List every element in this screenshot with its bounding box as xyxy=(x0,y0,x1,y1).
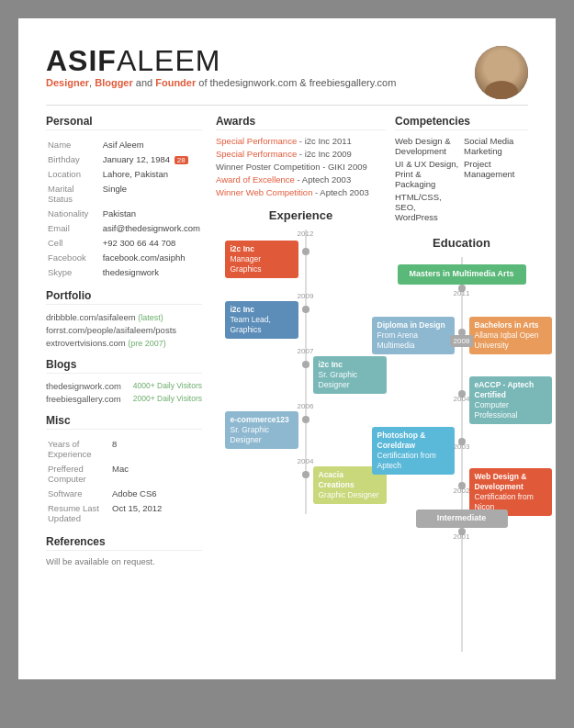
table-row: Resume Last UpdatedOct 15, 2012 xyxy=(48,501,200,524)
award-item: Award of Excellence - Aptech 2003 xyxy=(216,174,386,185)
timeline-dot xyxy=(302,416,310,423)
avatar-image xyxy=(475,46,528,99)
exp-block-1: i2c Inc Manager Graphics xyxy=(225,241,298,278)
year-label: 2004 xyxy=(454,395,470,403)
references-title: References xyxy=(46,535,202,551)
exp-block-3: i2c Inc Sr. Graphic Designer xyxy=(313,356,387,394)
header-divider xyxy=(46,105,528,106)
edu-block-masters: Masters in Multimedia Arts xyxy=(398,264,526,285)
references-section: References Will be available on request. xyxy=(46,535,202,566)
svg-rect-2 xyxy=(475,46,528,99)
blogs-title: Blogs xyxy=(46,358,202,374)
full-name: ASIFALEEM xyxy=(46,46,396,75)
award-item: Winner Poster Competition - GIKI 2009 xyxy=(216,162,386,172)
table-row: Facebookfacebook.com/asiphh xyxy=(48,251,200,263)
misc-title: Misc xyxy=(46,414,202,430)
education-timeline: Masters in Multimedia Arts 2011 2008 Dip… xyxy=(395,257,528,652)
personal-table: NameAsif Aleem BirthdayJanuary 12, 1984 … xyxy=(46,136,202,280)
table-row: Marital StatusSingle xyxy=(48,182,200,205)
header: ASIFALEEM Designer, Blogger and Founder … xyxy=(46,46,528,99)
resume-container: ASIFALEEM Designer, Blogger and Founder … xyxy=(18,18,556,679)
portfolio-title: Portfolio xyxy=(46,289,202,305)
timeline-dot xyxy=(302,248,310,255)
year-label: 2012 xyxy=(298,230,314,238)
edu-block-bachelors: Bachelors in Arts Allama Iqbal Open Univ… xyxy=(469,317,552,354)
education-section: Education Masters in Multimedia Arts 201… xyxy=(395,236,528,652)
portfolio-link-extrovert[interactable]: extrovertvisions.com (pre 2007) xyxy=(46,336,202,349)
top-section: Personal NameAsif Aleem BirthdayJanuary … xyxy=(46,115,528,652)
table-row: Cell+92 300 66 44 708 xyxy=(48,236,200,249)
table-row: BirthdayJanuary 12, 1984 28 xyxy=(48,152,200,165)
timeline-dot xyxy=(302,306,310,313)
experience-title: Experience xyxy=(216,208,386,222)
personal-column: Personal NameAsif Aleem BirthdayJanuary … xyxy=(46,115,216,652)
table-row: Skypethedesignwork xyxy=(48,265,200,278)
table-row: LocationLahore, Pakistan xyxy=(48,167,200,180)
year-label: 2011 xyxy=(454,289,470,297)
edu-block-diploma: Diploma in Design From Arena Multimedia xyxy=(372,317,455,354)
year-label: 2003 xyxy=(454,442,470,451)
name-block: ASIFALEEM Designer, Blogger and Founder … xyxy=(46,46,396,88)
table-row: Emailasif@thedesignwork.com xyxy=(48,221,200,234)
timeline-dot xyxy=(302,471,310,478)
references-text: Will be available on request. xyxy=(46,556,202,566)
comp-list-2: Social Media Marketing Project Managemen… xyxy=(464,136,528,225)
table-row: Years of Experience8 xyxy=(48,437,200,460)
competencies-lists: Web Design & Development UI & UX Design,… xyxy=(395,136,528,225)
year-label: 2007 xyxy=(298,347,314,355)
competencies-title: Competencies xyxy=(395,115,528,130)
misc-section: Misc Years of Experience8 Preffered Comp… xyxy=(46,414,202,526)
year-badge: 2008 xyxy=(450,335,474,347)
award-item: Special Performance - i2c Inc 2011 xyxy=(216,136,386,146)
education-title: Education xyxy=(395,236,528,250)
awards-column: Awards Special Performance - i2c Inc 201… xyxy=(216,115,395,652)
year-label: 2006 xyxy=(298,402,314,410)
awards-title: Awards xyxy=(216,115,386,130)
year-label: 2004 xyxy=(298,457,314,465)
edu-block-photoshop: Photoshop & Coreldraw Certification from… xyxy=(372,427,455,475)
edu-timeline-line xyxy=(461,257,463,652)
misc-table: Years of Experience8 Preffered ComputerM… xyxy=(46,435,202,526)
award-item: Special Performance - i2c Inc 2009 xyxy=(216,149,386,159)
experience-section: Experience 2012 i2c Inc Manager Graphics… xyxy=(216,208,386,514)
year-label: 2001 xyxy=(454,532,470,541)
tagline: Designer, Blogger and Founder of thedesi… xyxy=(46,77,396,88)
table-row: SoftwareAdobe CS6 xyxy=(48,487,200,499)
comp-list-1: Web Design & Development UI & UX Design,… xyxy=(395,136,459,225)
blog-row: thedesignwork.com 4000+ Daily Visitors xyxy=(46,379,202,392)
award-item: Winner Web Competition - Aptech 2003 xyxy=(216,187,386,197)
portfolio-section: Portfolio dribbble.com/asifaleem (latest… xyxy=(46,289,202,349)
age-badge: 28 xyxy=(174,156,188,164)
blogs-section: Blogs thedesignwork.com 4000+ Daily Visi… xyxy=(46,358,202,405)
competencies-column: Competencies Web Design & Development UI… xyxy=(395,115,528,652)
avatar xyxy=(475,46,528,99)
exp-block-4: e-commerce123 Sr. Graphic Designer xyxy=(225,411,298,449)
table-row: Preffered ComputerMac xyxy=(48,462,200,485)
edu-block-intermediate: Intermediate xyxy=(416,510,508,528)
table-row: NameAsif Aleem xyxy=(48,138,200,151)
timeline-dot xyxy=(302,361,310,368)
personal-title: Personal xyxy=(46,115,202,130)
portfolio-link-forrst[interactable]: forrst.com/people/asifaleem/posts xyxy=(46,323,202,336)
year-label: 2009 xyxy=(298,292,314,300)
exp-block-2: i2c Inc Team Lead, Graphics xyxy=(225,301,298,339)
year-label: 2002 xyxy=(454,487,470,495)
experience-timeline: 2012 i2c Inc Manager Graphics 2009 i2c I… xyxy=(216,230,395,514)
edu-block-eaccp: eACCP - Aptech Certified Computer Profes… xyxy=(469,376,552,424)
portfolio-link-dribbble[interactable]: dribbble.com/asifaleem (latest) xyxy=(46,310,202,323)
table-row: NationalityPakistan xyxy=(48,207,200,219)
blog-row: freebiesgallery.com 2000+ Daily Visitors xyxy=(46,392,202,405)
